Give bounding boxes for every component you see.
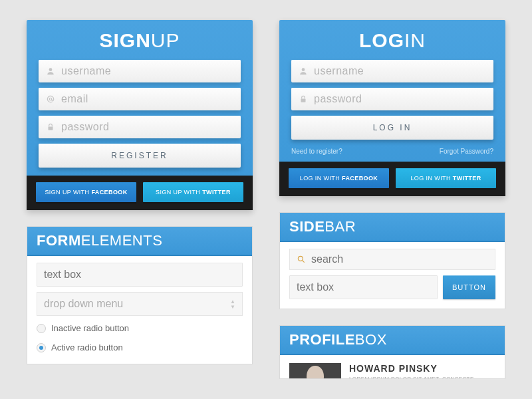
signup-password-input[interactable] bbox=[61, 121, 234, 133]
signup-social-footer: SIGN UP WITH FACEBOOK SIGN UP WITH TWITT… bbox=[27, 176, 253, 210]
sidebar-search-input[interactable] bbox=[311, 253, 488, 265]
radio-icon bbox=[37, 324, 46, 333]
login-card: LOGIN LOG IN Need to register? Forgot Pa… bbox=[279, 20, 505, 196]
form-textbox[interactable] bbox=[37, 263, 243, 287]
signup-username-field[interactable] bbox=[39, 60, 241, 82]
profile-name: HOWARD PINSKY bbox=[349, 363, 474, 374]
signup-title: SIGNUP bbox=[39, 29, 241, 52]
forgot-password-link[interactable]: Forgot Password? bbox=[440, 148, 493, 155]
profile-card: PROFILEBOX HOWARD PINSKY LOREM IPSUM DOL… bbox=[279, 325, 505, 379]
radio-inactive-row[interactable]: Inactive radio button bbox=[37, 321, 243, 335]
user-icon bbox=[45, 66, 56, 76]
user-icon bbox=[298, 66, 309, 76]
lock-icon bbox=[298, 94, 309, 104]
login-twitter-button[interactable]: LOG IN WITH TWITTER bbox=[396, 168, 496, 188]
form-dropdown[interactable]: drop down menu ▲▼ bbox=[37, 292, 243, 316]
signup-password-field[interactable] bbox=[39, 116, 241, 138]
signup-username-input[interactable] bbox=[61, 65, 234, 77]
avatar bbox=[289, 363, 341, 379]
radio-active-row[interactable]: Active radio button bbox=[37, 340, 243, 354]
profile-info: HOWARD PINSKY LOREM IPSUM DOLOR SIT AMET… bbox=[349, 363, 474, 379]
register-link[interactable]: Need to register? bbox=[291, 148, 342, 155]
login-password-input[interactable] bbox=[314, 93, 487, 105]
svg-rect-4 bbox=[301, 98, 306, 102]
login-social-footer: LOG IN WITH FACEBOOK LOG IN WITH TWITTER bbox=[279, 162, 505, 196]
signup-facebook-button[interactable]: SIGN UP WITH FACEBOOK bbox=[36, 182, 136, 202]
lock-icon bbox=[45, 122, 56, 132]
radio-label: Inactive radio button bbox=[51, 323, 129, 333]
login-button[interactable]: LOG IN bbox=[291, 116, 493, 140]
sidebar-textbox[interactable] bbox=[289, 275, 438, 299]
login-username-input[interactable] bbox=[314, 65, 487, 77]
form-dropdown-label: drop down menu bbox=[44, 298, 123, 310]
sidebar-button[interactable]: BUTTON bbox=[443, 275, 495, 299]
sidebar-search-field[interactable] bbox=[289, 249, 495, 270]
login-title: LOGIN bbox=[291, 29, 493, 52]
form-elements-card: FORMELEMENTS drop down menu ▲▼ Inactive … bbox=[27, 226, 253, 364]
svg-point-3 bbox=[302, 68, 305, 71]
signup-card: SIGNUP REGISTER SIGN UP WITH FACEBOOK SI… bbox=[27, 20, 253, 210]
svg-point-0 bbox=[49, 68, 53, 71]
register-button[interactable]: REGISTER bbox=[39, 144, 241, 168]
sidebar-card: SIDEBAR BUTTON bbox=[279, 212, 505, 309]
signup-twitter-button[interactable]: SIGN UP WITH TWITTER bbox=[143, 182, 243, 202]
login-password-field[interactable] bbox=[291, 88, 493, 110]
svg-point-5 bbox=[298, 256, 303, 261]
radio-icon bbox=[37, 343, 46, 352]
signup-email-field[interactable] bbox=[39, 88, 241, 110]
chevron-updown-icon: ▲▼ bbox=[230, 299, 235, 309]
profile-desc: LOREM IPSUM DOLOR SIT AMET, CONSECTE bbox=[349, 376, 474, 379]
sidebar-title: SIDEBAR bbox=[280, 213, 505, 242]
search-icon bbox=[297, 255, 306, 264]
login-facebook-button[interactable]: LOG IN WITH FACEBOOK bbox=[289, 168, 389, 188]
form-elements-title: FORMELEMENTS bbox=[27, 227, 252, 256]
svg-line-6 bbox=[303, 261, 305, 263]
at-icon bbox=[45, 94, 56, 104]
svg-rect-2 bbox=[49, 126, 53, 130]
radio-label: Active radio button bbox=[51, 342, 123, 352]
login-username-field[interactable] bbox=[291, 60, 493, 82]
signup-email-input[interactable] bbox=[61, 93, 234, 105]
profile-title: PROFILEBOX bbox=[280, 326, 505, 355]
